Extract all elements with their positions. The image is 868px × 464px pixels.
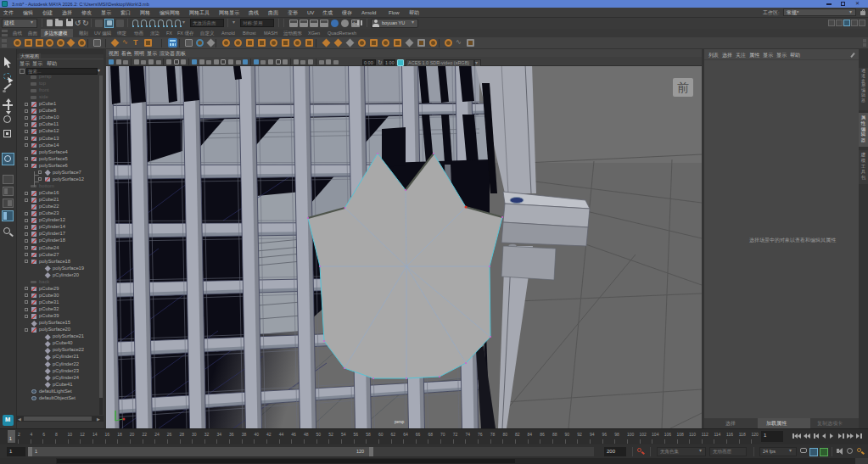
svg-text:前: 前 <box>677 81 689 94</box>
svg-text:persp: persp <box>395 420 405 424</box>
